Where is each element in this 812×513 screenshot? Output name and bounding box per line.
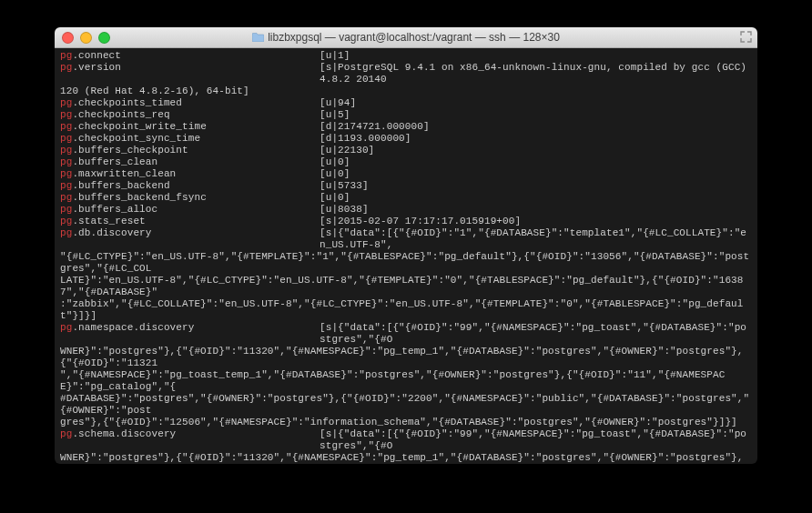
metric-key: pg.stats_reset — [60, 216, 320, 227]
metric-name: .connect — [72, 50, 121, 61]
metric-name: .buffers_checkpoint — [72, 145, 188, 156]
metric-key: pg.namespace.discovery — [60, 322, 320, 346]
metric-name: .stats_reset — [72, 216, 145, 226]
metric-value: [u|0] — [320, 192, 350, 204]
metric-value: [u|8038] — [320, 204, 369, 216]
metric-name: .checkpoints_timed — [72, 97, 182, 108]
terminal-content[interactable]: pg.connect[u|1]pg.version[s|PostgreSQL 9… — [55, 48, 757, 464]
output-line: 120 (Red Hat 4.8.2-16), 64-bit] — [60, 86, 752, 97]
pg-prefix: pg — [60, 192, 72, 203]
pg-prefix: pg — [60, 322, 72, 333]
folder-icon — [252, 33, 264, 42]
metric-value: [u|1] — [320, 50, 350, 62]
output-row: pg.version[s|PostgreSQL 9.4.1 on x86_64-… — [60, 62, 752, 86]
metric-value: [s|{"data":[{"{#OID}":"99","{#NAMESPACE}… — [320, 322, 752, 346]
pg-prefix: pg — [60, 156, 72, 167]
metric-value: [u|22130] — [320, 145, 374, 156]
metric-name: .buffers_clean — [72, 156, 157, 167]
metric-name: .checkpoints_req — [72, 109, 169, 120]
window-title-text: libzbxpgsql — vagrant@localhost:/vagrant… — [268, 31, 560, 44]
pg-prefix: pg — [60, 227, 72, 238]
titlebar[interactable]: libzbxpgsql — vagrant@localhost:/vagrant… — [55, 27, 757, 48]
metric-value: [u|5733] — [320, 180, 369, 192]
metric-name: .buffers_backend — [72, 180, 169, 191]
pg-prefix: pg — [60, 204, 72, 215]
output-row: pg.connect[u|1] — [60, 50, 752, 62]
metric-key: pg.checkpoint_sync_time — [60, 133, 320, 145]
output-line: :"zabbix","{#LC_COLLATE}":"en_US.UTF-8",… — [60, 298, 752, 322]
metric-value: [u|5] — [320, 109, 350, 121]
metric-key: pg.schema.discovery — [60, 428, 320, 452]
pg-prefix: pg — [60, 168, 72, 179]
output-line: gres"},{"{#OID}":"12506","{#NAMESPACE}":… — [60, 417, 752, 428]
metric-key: pg.connect — [60, 50, 320, 62]
metric-name: .namespace.discovery — [72, 322, 194, 333]
metric-name: .schema.discovery — [72, 428, 176, 439]
traffic-lights — [62, 32, 110, 44]
minimize-icon[interactable] — [80, 32, 92, 44]
metric-key: pg.buffers_checkpoint — [60, 145, 320, 156]
metric-key: pg.checkpoints_timed — [60, 97, 320, 109]
output-row: pg.buffers_backend[u|5733] — [60, 180, 752, 192]
window-title: libzbxpgsql — vagrant@localhost:/vagrant… — [55, 31, 757, 44]
metric-key: pg.version — [60, 62, 320, 86]
pg-prefix: pg — [60, 428, 72, 439]
metric-name: .maxwritten_clean — [72, 168, 176, 179]
metric-name: .db.discovery — [72, 227, 151, 238]
metric-key: pg.checkpoints_req — [60, 109, 320, 121]
metric-key: pg.maxwritten_clean — [60, 168, 320, 180]
pg-prefix: pg — [60, 145, 72, 156]
output-row: pg.stats_reset[s|2015-02-07 17:17:17.015… — [60, 216, 752, 227]
metric-key: pg.checkpoint_write_time — [60, 121, 320, 133]
pg-prefix: pg — [60, 133, 72, 144]
output-line: "{#LC_CTYPE}":"en_US.UTF-8","{#TEMPLATE}… — [60, 251, 752, 275]
pg-prefix: pg — [60, 109, 72, 120]
terminal-window: libzbxpgsql — vagrant@localhost:/vagrant… — [55, 27, 757, 464]
output-row: pg.schema.discovery[s|{"data":[{"{#OID}"… — [60, 428, 752, 452]
output-row: pg.buffers_backend_fsync[u|0] — [60, 192, 752, 204]
metric-value: [d|2174721.000000] — [320, 121, 430, 133]
metric-value: [u|0] — [320, 168, 350, 180]
output-line: ","{#NAMESPACE}":"pg_toast_temp_1","{#DA… — [60, 369, 752, 393]
output-row: pg.checkpoints_timed[u|94] — [60, 97, 752, 109]
expand-icon[interactable] — [740, 31, 752, 43]
output-row: pg.namespace.discovery[s|{"data":[{"{#OI… — [60, 322, 752, 346]
metric-key: pg.buffers_alloc — [60, 204, 320, 216]
metric-name: .checkpoint_sync_time — [72, 133, 200, 144]
output-line: WNER}":"postgres"},{"{#OID}":"11320","{#… — [60, 346, 752, 369]
output-row: pg.buffers_checkpoint[u|22130] — [60, 145, 752, 156]
metric-name: .buffers_alloc — [72, 204, 157, 215]
zoom-icon[interactable] — [98, 32, 110, 44]
metric-name: .checkpoint_write_time — [72, 121, 206, 132]
output-row: pg.maxwritten_clean[u|0] — [60, 168, 752, 180]
metric-value: [s|{"data":[{"{#OID}":"99","{#NAMESPACE}… — [320, 428, 752, 452]
metric-name: .buffers_backend_fsync — [72, 192, 206, 203]
close-icon[interactable] — [62, 32, 74, 44]
metric-key: pg.buffers_backend — [60, 180, 320, 192]
metric-key: pg.buffers_backend_fsync — [60, 192, 320, 204]
metric-value: [d|1193.000000] — [320, 133, 411, 145]
metric-value: [s|2015-02-07 17:17:17.015919+00] — [320, 216, 521, 227]
output-row: pg.buffers_alloc[u|8038] — [60, 204, 752, 216]
pg-prefix: pg — [60, 180, 72, 191]
pg-prefix: pg — [60, 50, 72, 61]
output-row: pg.buffers_clean[u|0] — [60, 156, 752, 168]
metric-value: [u|94] — [320, 97, 356, 109]
metric-name: .version — [72, 62, 121, 73]
output-row: pg.checkpoint_sync_time[d|1193.000000] — [60, 133, 752, 145]
metric-value: [s|PostgreSQL 9.4.1 on x86_64-unknown-li… — [320, 62, 752, 86]
metric-key: pg.buffers_clean — [60, 156, 320, 168]
metric-value: [u|0] — [320, 156, 350, 168]
metric-key: pg.db.discovery — [60, 227, 320, 251]
pg-prefix: pg — [60, 97, 72, 108]
pg-prefix: pg — [60, 216, 72, 226]
output-row: pg.checkpoints_req[u|5] — [60, 109, 752, 121]
metric-value: [s|{"data":[{"{#OID}":"1","{#DATABASE}":… — [320, 227, 752, 251]
pg-prefix: pg — [60, 62, 72, 73]
pg-prefix: pg — [60, 121, 72, 132]
output-row: pg.db.discovery[s|{"data":[{"{#OID}":"1"… — [60, 227, 752, 251]
output-line: WNER}":"postgres"},{"{#OID}":"11320","{#… — [60, 452, 752, 464]
output-row: pg.checkpoint_write_time[d|2174721.00000… — [60, 121, 752, 133]
output-line: #DATABASE}":"postgres","{#OWNER}":"postg… — [60, 393, 752, 417]
output-line: LATE}":"en_US.UTF-8","{#LC_CTYPE}":"en_U… — [60, 275, 752, 298]
